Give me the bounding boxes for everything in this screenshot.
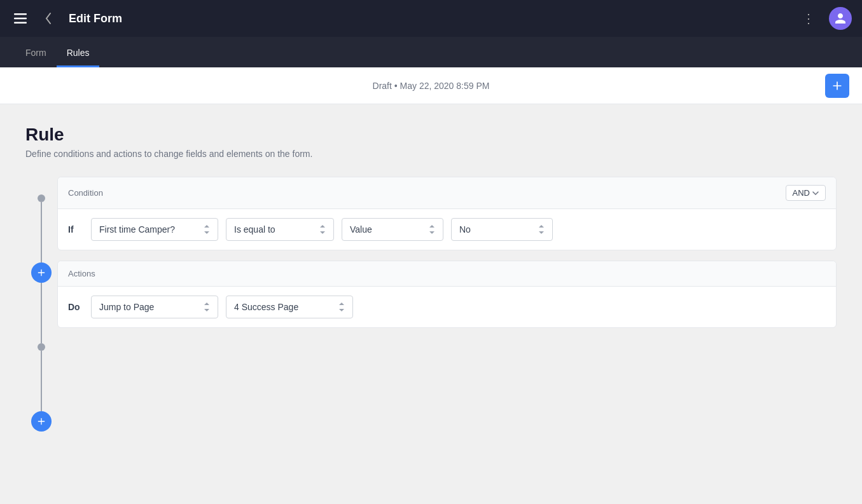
actions-header: Actions	[58, 261, 836, 287]
rule-cards: Condition AND If First time Camper?	[57, 177, 837, 432]
kebab-menu-button[interactable]: ⋮	[797, 8, 821, 29]
condition-card: Condition AND If First time Camper?	[57, 177, 837, 250]
add-rule-button[interactable]	[825, 74, 849, 98]
type-select[interactable]: Value	[342, 218, 443, 241]
target-select[interactable]: 4 Success Page	[226, 296, 353, 318]
user-avatar[interactable]	[829, 7, 852, 30]
answer-arrows	[538, 224, 545, 235]
status-bar: Draft • May 22, 2020 8:59 PM	[0, 67, 862, 104]
plus-action-icon	[36, 416, 46, 426]
answer-select[interactable]: No	[451, 218, 553, 241]
rule-builder: Condition AND If First time Camper?	[25, 177, 837, 432]
target-arrows	[338, 301, 345, 313]
timeline-dot-condition	[38, 194, 45, 202]
operator-select[interactable]: Is equal to	[226, 218, 334, 241]
plus-condition-icon	[36, 268, 46, 278]
plus-icon	[831, 79, 844, 92]
if-label: If	[68, 224, 83, 235]
and-button[interactable]: AND	[786, 185, 826, 201]
nav-left: Edit Form	[10, 8, 122, 29]
do-row: Do Jump to Page 4 Success Page	[58, 287, 836, 327]
avatar-icon	[834, 12, 847, 25]
top-nav: Edit Form ⋮	[0, 0, 862, 37]
add-action-button[interactable]	[31, 411, 52, 432]
timeline-dot-actions	[38, 343, 45, 351]
actions-label: Actions	[68, 269, 95, 278]
nav-right: ⋮	[797, 7, 852, 30]
timeline-line-2	[41, 283, 42, 343]
action-select[interactable]: Jump to Page	[91, 296, 218, 318]
timeline-line-1	[41, 202, 42, 262]
svg-rect-2	[14, 22, 27, 24]
svg-rect-0	[14, 13, 27, 15]
add-condition-button[interactable]	[31, 262, 52, 283]
do-label: Do	[68, 302, 83, 312]
svg-rect-1	[14, 18, 27, 20]
back-button[interactable]	[38, 8, 59, 29]
field-select[interactable]: First time Camper?	[91, 218, 218, 241]
kebab-icon: ⋮	[802, 11, 816, 26]
field-arrows	[204, 224, 210, 235]
condition-label: Condition	[68, 188, 103, 198]
if-row: If First time Camper? Is equal to	[58, 209, 836, 250]
action-arrows	[204, 301, 210, 313]
tab-rules[interactable]: Rules	[57, 40, 100, 67]
rule-title: Rule	[25, 125, 837, 145]
operator-arrows	[319, 224, 326, 235]
and-chevron-icon	[812, 190, 819, 196]
sidebar-toggle-btn[interactable]	[10, 8, 31, 29]
sub-nav: Form Rules	[0, 37, 862, 67]
condition-header: Condition AND	[58, 177, 836, 209]
actions-card: Actions Do Jump to Page 4 Success P	[57, 261, 837, 328]
tab-form[interactable]: Form	[15, 40, 57, 67]
main-content: Rule Define conditions and actions to ch…	[0, 104, 862, 504]
timeline-line-3	[41, 351, 42, 411]
page-title: Edit Form	[69, 12, 122, 25]
status-text: Draft • May 22, 2020 8:59 PM	[373, 81, 490, 91]
type-arrows	[429, 224, 435, 235]
rule-subtitle: Define conditions and actions to change …	[25, 149, 837, 159]
